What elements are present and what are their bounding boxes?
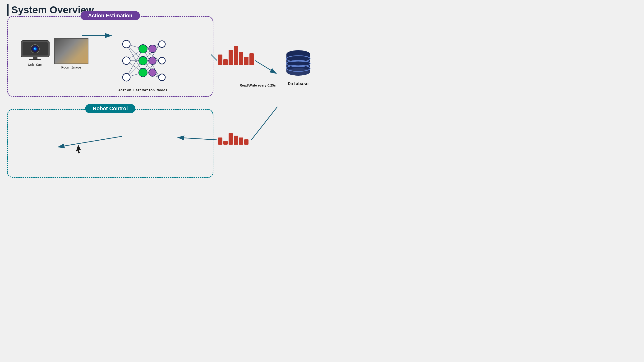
- webcam-icon: [20, 39, 50, 61]
- svg-point-28: [122, 57, 130, 64]
- nn-container: Action Estimation Model: [117, 36, 169, 92]
- svg-point-29: [122, 74, 130, 81]
- svg-rect-85: [239, 138, 243, 144]
- svg-point-27: [122, 40, 130, 48]
- webcam-label: Web Cam: [18, 63, 52, 67]
- svg-rect-86: [244, 140, 248, 144]
- svg-rect-84: [234, 136, 238, 144]
- svg-point-33: [149, 45, 156, 53]
- svg-point-30: [139, 44, 147, 53]
- svg-rect-74: [228, 50, 233, 65]
- svg-rect-78: [250, 53, 254, 65]
- svg-point-32: [139, 68, 147, 77]
- svg-rect-73: [223, 59, 228, 65]
- action-estimation-box: Action Estimation Web Cam Room Image: [7, 16, 214, 97]
- room-container: Room Image: [54, 38, 88, 70]
- database-icon: [283, 48, 314, 78]
- nn-label: Action Estimation Model: [117, 88, 169, 92]
- svg-point-65: [286, 68, 310, 76]
- read-write-label: Read/Write every 0.25s: [240, 84, 276, 87]
- db-container: Database: [282, 48, 315, 86]
- webcam-container: Web Cam: [18, 39, 52, 67]
- room-image: [54, 38, 88, 64]
- svg-line-80: [255, 60, 276, 74]
- svg-rect-83: [228, 133, 233, 144]
- svg-rect-75: [234, 46, 238, 65]
- svg-point-6: [34, 48, 35, 48]
- svg-rect-76: [239, 52, 243, 65]
- nn-diagram: [117, 36, 169, 86]
- svg-point-35: [149, 69, 156, 76]
- svg-rect-72: [218, 54, 222, 65]
- svg-rect-81: [218, 138, 222, 144]
- svg-line-87: [251, 107, 278, 140]
- robot-control-box: Robot Control: [7, 109, 214, 178]
- svg-point-37: [159, 57, 165, 64]
- svg-rect-7: [33, 57, 38, 59]
- svg-point-31: [139, 56, 147, 65]
- svg-point-34: [149, 57, 156, 64]
- room-image-label: Room Image: [54, 66, 88, 70]
- svg-point-36: [159, 41, 165, 48]
- svg-rect-77: [244, 57, 248, 65]
- svg-rect-82: [223, 141, 228, 144]
- db-label: Database: [282, 82, 315, 86]
- action-estimation-label: Action Estimation: [80, 11, 140, 20]
- robot-control-label: Robot Control: [85, 104, 136, 113]
- svg-point-38: [159, 74, 165, 80]
- svg-rect-8: [29, 59, 41, 60]
